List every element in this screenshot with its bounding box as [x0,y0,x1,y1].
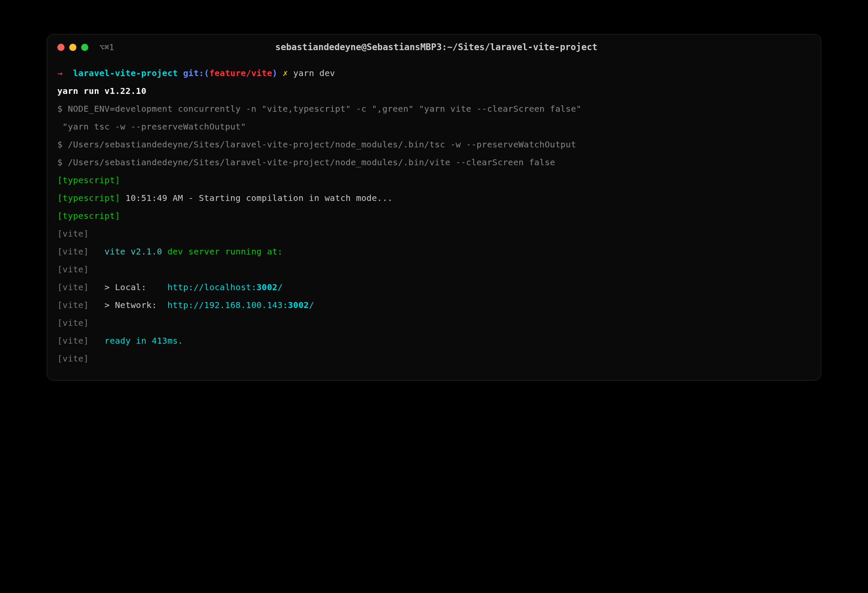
typescript-tag: [typescript] [57,211,120,221]
output-line: [vite] [57,350,811,367]
vite-tag: [vite] [57,336,89,346]
prompt-arrow-icon: → [57,68,62,78]
output-line: [vite] [57,314,811,332]
terminal-body[interactable]: → laravel-vite-project git:(feature/vite… [47,60,821,380]
git-branch: feature/vite [209,68,272,78]
output-line: [typescript] 10:51:49 AM - Starting comp… [57,189,811,207]
output-line: [vite] [57,260,811,278]
vite-tag: [vite] [57,229,89,239]
output-line: yarn run v1.22.10 [57,82,811,100]
network-url: http://192.168.100.143:3002/ [167,300,314,310]
minimize-button[interactable] [69,44,76,51]
local-url: http://localhost:3002/ [167,282,283,292]
prompt-dir: laravel-vite-project [73,68,178,78]
ready-message: ready in 413ms. [104,336,183,346]
typescript-tag: [typescript] [57,175,120,185]
output-line: [vite] ready in 413ms. [57,332,811,350]
tab-indicator: ⌥⌘1 [99,42,114,52]
prompt-command: yarn dev [293,68,335,78]
vite-tag: [vite] [57,353,89,364]
output-line: "yarn tsc -w --preserveWatchOutput" [57,118,811,136]
output-line: $ NODE_ENV=development concurrently -n "… [57,100,811,118]
network-label: > Network: [104,300,162,310]
output-line: [vite] vite v2.1.0 dev server running at… [57,243,811,260]
vite-tag: [vite] [57,282,89,292]
output-line: $ /Users/sebastiandedeyne/Sites/laravel-… [57,153,811,171]
dirty-icon: ✗ [283,68,288,78]
vite-tag: [vite] [57,264,89,274]
git-close: ) [272,68,277,78]
close-button[interactable] [57,44,65,51]
output-line: [vite] > Network: http://192.168.100.143… [57,296,811,314]
vite-tag: [vite] [57,300,89,310]
compile-message: 10:51:49 AM - Starting compilation in wa… [120,193,393,203]
dev-server-label: dev server running at: [162,246,283,257]
vite-version: vite v2.1.0 [104,246,162,257]
prompt-line: → laravel-vite-project git:(feature/vite… [57,64,811,82]
terminal-window: ⌥⌘1 sebastiandedeyne@SebastiansMBP3:~/Si… [47,34,821,381]
traffic-lights [57,44,88,51]
output-line: [vite] [57,225,811,243]
output-line: $ /Users/sebastiandedeyne/Sites/laravel-… [57,136,811,153]
vite-tag: [vite] [57,246,89,257]
git-label: git:( [183,68,209,78]
titlebar: ⌥⌘1 sebastiandedeyne@SebastiansMBP3:~/Si… [47,34,821,60]
vite-tag: [vite] [57,318,89,328]
yarn-run-line: yarn run v1.22.10 [57,86,147,96]
output-line: [vite] > Local: http://localhost:3002/ [57,278,811,296]
typescript-tag: [typescript] [57,193,120,203]
window-title: sebastiandedeyne@SebastiansMBP3:~/Sites/… [121,42,751,52]
output-line: [typescript] [57,171,811,189]
output-line: [typescript] [57,207,811,225]
local-label: > Local: [104,282,162,292]
maximize-button[interactable] [81,44,88,51]
